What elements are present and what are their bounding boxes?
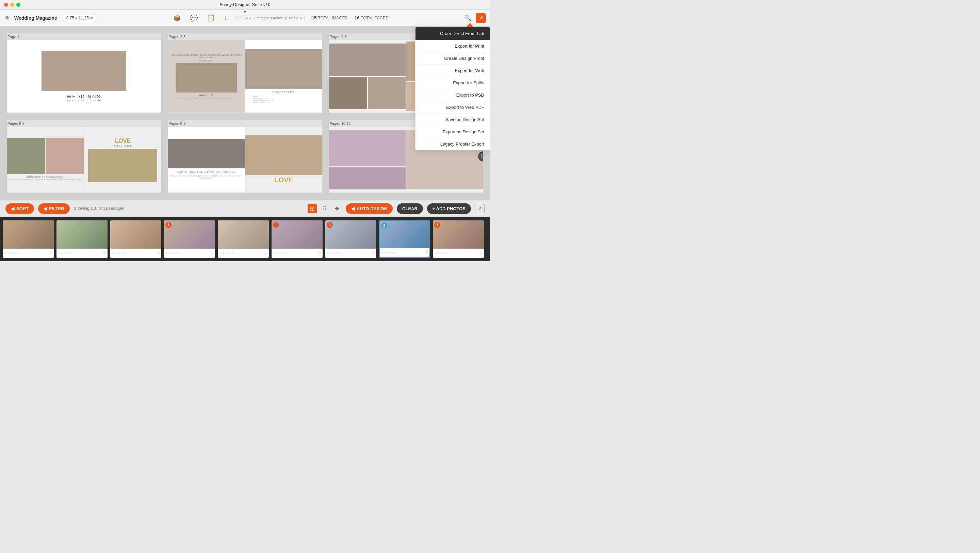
page-7-photo <box>88 149 157 182</box>
photo-8-heart[interactable]: ♡ <box>425 251 428 254</box>
page-4-photo-br <box>368 77 406 110</box>
export-for-web-item[interactable]: Export for Web <box>415 65 490 77</box>
view-toggle: ⊞ ⠿ ❖ <box>308 204 342 213</box>
page-9-photo <box>245 135 322 175</box>
photo-2-stars: ★★★★★ <box>58 251 73 255</box>
page-3-content: CONTENTS Home .... 3Our Wedding .... 5En… <box>245 40 322 113</box>
photo-thumb-7[interactable]: 1 ★★★★★ ♡ <box>325 220 376 258</box>
titlebar: Fundy Designer Suite v10 <box>0 0 490 10</box>
photo-strip: ★★★★★ ♡ ★★★★★ ♡ ★★★★★ ♡ 1 ★★★★★ ♡ <box>0 217 490 261</box>
upload-icon[interactable]: 📦 <box>172 13 182 23</box>
export-button[interactable]: ↗ <box>476 13 486 23</box>
add-photos-button[interactable]: + ADD PHOTOS <box>427 203 471 214</box>
filter-label: FILTER <box>49 206 64 211</box>
page-4-content <box>329 40 406 113</box>
page-1-subtitle: BY YOUR STUDIO NAME <box>67 99 101 102</box>
photo-6-meta: ★★★★★ ♡ <box>272 249 323 258</box>
page-10-photo2 <box>329 167 406 190</box>
showing-text: Showing 110 of 110 images <box>74 206 304 211</box>
grid-view-button[interactable]: ⊞ <box>308 204 317 213</box>
minimize-button[interactable] <box>10 3 14 7</box>
photo-thumb-4[interactable]: 1 ★★★★★ ♡ <box>164 220 215 258</box>
page-6-img: ENGAGEMENT SESSIONS This is the end of o… <box>7 127 84 192</box>
photo-6-heart[interactable]: ♡ <box>318 251 321 255</box>
page-3-contents: CONTENTS <box>272 91 295 94</box>
layout-icon[interactable]: 📋 <box>206 13 216 23</box>
search-button[interactable]: 🔍 <box>463 13 473 23</box>
photo-thumb-9[interactable]: 1 ★★★★★ ♡ <box>433 220 484 258</box>
page-10-img <box>329 127 406 192</box>
legacy-proofer-export-item[interactable]: Legacy Proofer Export <box>415 138 490 150</box>
photo-9-heart[interactable]: ♡ <box>479 251 482 255</box>
size-button[interactable]: 8.75 x 11.25 ✏ <box>63 14 97 22</box>
export-to-web-pdf-item[interactable]: Export to Web PDF <box>415 101 490 114</box>
photo-thumb-5[interactable]: ★★★★★ ♡ <box>218 220 269 258</box>
photo-thumb-8[interactable]: 2 ★★★★★ ♡ <box>379 220 430 258</box>
export-small-icon: ↗ <box>478 206 482 211</box>
export-as-design-set-item[interactable]: Export as Design Set <box>415 126 490 138</box>
photo-7-meta: ★★★★★ ♡ <box>325 249 376 258</box>
photo-thumb-1[interactable]: ★★★★★ ♡ <box>3 220 54 258</box>
page-6-7-canvas[interactable]: ENGAGEMENT SESSIONS This is the end of o… <box>7 127 161 192</box>
photo-thumb-3[interactable]: ★★★★★ ♡ <box>110 220 161 258</box>
photo-4-heart[interactable]: ♡ <box>211 251 214 255</box>
total-images-count: 15 <box>312 15 317 21</box>
page-8-img: CAPTURING THE STORY OF THE DAY When you … <box>168 127 245 192</box>
dropdown-arrow <box>466 23 473 27</box>
sort-label: SORT <box>16 206 29 211</box>
photo-4-meta: ★★★★★ ♡ <box>164 249 215 258</box>
page-8-9-label: Pages 8-9 <box>168 120 322 127</box>
photo-3-meta: ★★★★★ ♡ <box>110 249 161 258</box>
page-1-label: Page 1 <box>7 33 161 40</box>
page-7-content: LOVE WALL ART <box>84 127 161 192</box>
info-button[interactable]: ⓘ <box>478 151 483 162</box>
photo-1-stars: ★★★★★ <box>4 251 19 255</box>
page-8-photo <box>168 139 245 169</box>
photo-thumb-6[interactable]: 1 ★★★★★ ♡ <box>272 220 323 258</box>
page-group-8-9: Pages 8-9 CAPTURING THE STORY OF THE DAY… <box>168 120 322 193</box>
page-1-photo <box>41 51 126 91</box>
page-9-content: LOVE <box>245 127 322 192</box>
auto-design-arrow-icon: ◀ <box>351 206 355 211</box>
filter-arrow-icon: ◀ <box>43 206 47 211</box>
compare-icon[interactable]: ↕ <box>223 13 229 23</box>
photo-1-heart[interactable]: ♡ <box>49 251 52 255</box>
project-name: Wedding Magazine <box>14 15 57 21</box>
photo-7-image <box>325 220 376 249</box>
maximize-button[interactable] <box>16 3 21 7</box>
canvas-chevron-icon: ▼ <box>243 10 247 14</box>
page-1-canvas[interactable]: WEDDINGS BY YOUR STUDIO NAME <box>7 40 161 113</box>
sort-button[interactable]: ◀ SORT <box>5 203 34 214</box>
photo-2-heart[interactable]: ♡ <box>103 251 106 255</box>
save-as-design-set-item[interactable]: Save as Design Set <box>415 114 490 126</box>
export-for-splits-item[interactable]: Export for Splits <box>415 77 490 89</box>
chat-icon[interactable]: 💬 <box>189 13 199 23</box>
size-label: 8.75 x 11.25 <box>66 16 89 21</box>
close-button[interactable] <box>4 3 8 7</box>
photo-thumb-2[interactable]: ★★★★★ ♡ <box>56 220 108 258</box>
page-7-wall-art: WALL ART <box>113 145 132 148</box>
dots-view-button[interactable]: ⠿ <box>320 204 329 213</box>
photo-1-meta: ★★★★★ ♡ <box>3 249 54 258</box>
auto-design-button[interactable]: ◀ AUTO DESIGN <box>346 203 393 214</box>
page-8-9-canvas[interactable]: CAPTURING THE STORY OF THE DAY When you … <box>168 127 322 192</box>
export-to-psd-item[interactable]: Export to PSD <box>415 89 490 101</box>
page-9-img: LOVE <box>245 127 322 192</box>
filter-button[interactable]: ◀ FILTER <box>38 203 70 214</box>
photo-3-heart[interactable]: ♡ <box>157 251 160 255</box>
page-9-love: LOVE <box>275 176 293 184</box>
toolbar-center-icons: 📦 💬 📋 ↕ ▼ 📄 16 - 32 images required in s… <box>100 13 460 23</box>
create-design-proof-item[interactable]: Create Design Proof <box>415 52 490 65</box>
clear-button[interactable]: CLEAR <box>397 203 423 214</box>
page-10-content <box>329 127 406 192</box>
layers-view-button[interactable]: ❖ <box>332 204 342 213</box>
photo-7-heart[interactable]: ♡ <box>372 251 375 255</box>
order-direct-button[interactable]: Order Direct From Lab <box>415 27 490 40</box>
page-group-1: Page 1 WEDDINGS BY YOUR STUDIO NAME <box>7 33 161 113</box>
photo-4-image <box>164 220 215 249</box>
export-for-print-item[interactable]: Export for Print <box>415 40 490 52</box>
photo-5-heart[interactable]: ♡ <box>264 251 267 255</box>
page-10-photo <box>329 130 406 166</box>
export-small-button[interactable]: ↗ <box>475 204 485 213</box>
page-2-3-canvas[interactable]: The Harris Co are amazing on our wedding… <box>168 40 322 113</box>
